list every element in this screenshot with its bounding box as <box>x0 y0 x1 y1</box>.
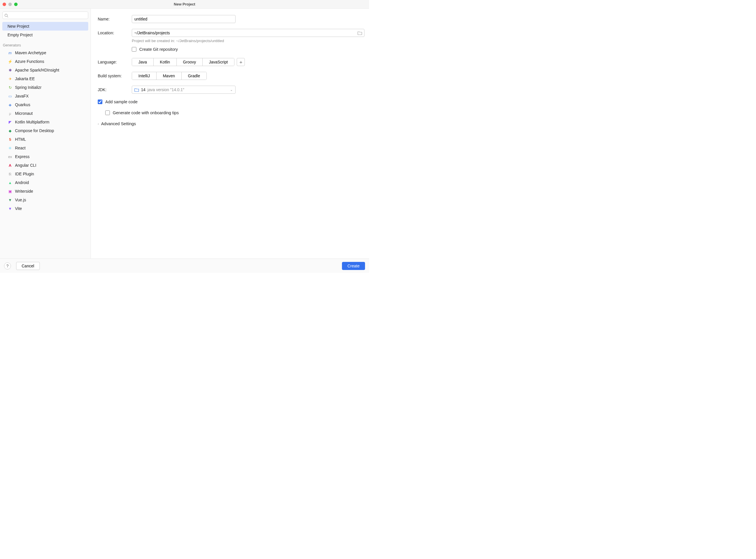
ide-plugin-icon: ⎘ <box>7 171 13 177</box>
sidebar-item-label: Maven Archetype <box>15 50 46 55</box>
sidebar-item-generator[interactable]: ▼Vite <box>2 204 88 213</box>
name-label: Name: <box>98 17 132 21</box>
sidebar-item-generator[interactable]: mMaven Archetype <box>2 48 88 57</box>
sidebar-item-generator[interactable]: ▭JavaFX <box>2 92 88 100</box>
sidebar-item-generator[interactable]: ◆Compose for Desktop <box>2 126 88 135</box>
language-option-groovy[interactable]: Groovy <box>177 58 202 66</box>
build-system-label: Build system: <box>98 73 132 78</box>
location-hint: Project will be created in: ~/JetBrains/… <box>132 39 362 43</box>
svg-line-1 <box>7 17 8 18</box>
sidebar-item-generator[interactable]: ⚡Azure Functions <box>2 57 88 66</box>
onboarding-tips-label: Generate code with onboarding tips <box>113 110 179 115</box>
sidebar-item-label: Angular CLI <box>15 163 36 167</box>
sidebar-item-label: Vite <box>15 206 22 211</box>
sidebar-item-generator[interactable]: 5HTML <box>2 135 88 144</box>
javafx-icon: ▭ <box>7 93 13 99</box>
chevron-down-icon: ⌄ <box>230 88 233 92</box>
cancel-button[interactable]: Cancel <box>16 262 40 270</box>
sidebar-item-generator[interactable]: ◈Quarkus <box>2 100 88 109</box>
build-option-gradle[interactable]: Gradle <box>181 72 206 80</box>
sidebar-item-generator[interactable]: ◤Kotlin Multiplatform <box>2 118 88 126</box>
search-icon <box>4 14 8 18</box>
jdk-label: JDK: <box>98 87 132 92</box>
sidebar-item-label: HTML <box>15 137 26 142</box>
sidebar-item-empty-project[interactable]: Empty Project <box>2 30 88 39</box>
create-button[interactable]: Create <box>342 262 365 270</box>
build-option-intellij[interactable]: IntelliJ <box>132 72 156 80</box>
location-label: Location: <box>98 30 132 35</box>
sidebar: New Project Empty Project Generators mMa… <box>0 9 91 259</box>
sidebar-item-generator[interactable]: ↻Spring Initializr <box>2 83 88 92</box>
add-language-button[interactable]: ＋ <box>237 58 245 66</box>
spring-icon: ↻ <box>7 85 13 90</box>
plus-icon: ＋ <box>238 59 243 66</box>
sidebar-item-label: Express <box>15 154 30 159</box>
sidebar-item-generator[interactable]: ▣Writerside <box>2 187 88 196</box>
vite-icon: ▼ <box>7 206 13 211</box>
sidebar-item-generator[interactable]: ⚛React <box>2 144 88 152</box>
help-icon: ? <box>6 264 9 268</box>
onboarding-tips-checkbox[interactable] <box>105 110 110 115</box>
sidebar-item-label: Apache Spark/HDInsight <box>15 68 59 72</box>
sidebar-item-generator[interactable]: μMicronaut <box>2 109 88 118</box>
sidebar-item-generator[interactable]: ▲Android <box>2 178 88 187</box>
sidebar-item-generator[interactable]: ✈Jakarta EE <box>2 74 88 83</box>
sidebar-item-label: Vue.js <box>15 198 26 202</box>
maven-icon: m <box>7 50 13 55</box>
language-segmented: JavaKotlinGroovyJavaScript <box>132 58 234 66</box>
jdk-selected-version: 14 <box>141 87 145 92</box>
sidebar-item-label: Micronaut <box>15 111 32 116</box>
create-git-checkbox[interactable] <box>132 47 136 52</box>
sidebar-item-label: Jakarta EE <box>15 76 35 81</box>
add-sample-code-label: Add sample code <box>105 99 138 104</box>
help-button[interactable]: ? <box>4 263 11 269</box>
sidebar-item-label: Android <box>15 180 29 185</box>
html-icon: 5 <box>7 137 13 142</box>
express-icon: ex <box>7 154 13 159</box>
sidebar-item-generator[interactable]: exExpress <box>2 152 88 161</box>
folder-icon <box>134 88 139 92</box>
advanced-settings-label: Advanced Settings <box>101 121 136 126</box>
sidebar-item-label: Empty Project <box>7 32 32 37</box>
project-type-tree: New Project Empty Project Generators mMa… <box>0 21 91 214</box>
sidebar-item-label: React <box>15 146 26 150</box>
sidebar-item-label: Compose for Desktop <box>15 128 54 133</box>
sidebar-item-label: IDE Plugin <box>15 172 34 176</box>
sidebar-item-generator[interactable]: ▼Vue.js <box>2 196 88 204</box>
micronaut-icon: μ <box>7 111 13 116</box>
jakarta-icon: ✈ <box>7 76 13 81</box>
titlebar: New Project <box>0 0 369 9</box>
new-project-form: Name: Location: Project will be created … <box>91 9 369 259</box>
sidebar-item-generator[interactable]: AAngular CLI <box>2 161 88 170</box>
location-input[interactable] <box>132 29 364 37</box>
generators-header: Generators <box>2 39 88 48</box>
sidebar-item-label: Kotlin Multiplatform <box>15 120 49 124</box>
language-option-kotlin[interactable]: Kotlin <box>153 58 177 66</box>
create-git-label: Create Git repository <box>139 47 178 52</box>
jdk-select[interactable]: 14 java version "14.0.1" ⌄ <box>132 86 235 94</box>
react-icon: ⚛ <box>7 146 13 151</box>
name-input[interactable] <box>132 15 235 23</box>
azure-icon: ⚡ <box>7 59 13 64</box>
advanced-settings-toggle[interactable]: › Advanced Settings <box>98 121 362 126</box>
kotlin-icon: ◤ <box>7 119 13 125</box>
jdk-selected-desc: java version "14.0.1" <box>147 87 184 92</box>
chevron-right-icon: › <box>98 122 99 126</box>
window-title: New Project <box>0 2 369 6</box>
compose-icon: ◆ <box>7 128 13 133</box>
dialog-footer: ? Cancel Create <box>0 259 369 273</box>
build-option-maven[interactable]: Maven <box>156 72 181 80</box>
language-option-javascript[interactable]: JavaScript <box>202 58 234 66</box>
angular-icon: A <box>7 163 13 168</box>
add-sample-code-checkbox[interactable] <box>98 99 102 104</box>
sidebar-item-new-project[interactable]: New Project <box>2 22 88 30</box>
sidebar-item-generator[interactable]: ✱Apache Spark/HDInsight <box>2 66 88 74</box>
sidebar-item-generator[interactable]: ⎘IDE Plugin <box>2 170 88 178</box>
build-system-segmented: IntelliJMavenGradle <box>132 72 207 80</box>
sidebar-item-label: Spring Initializr <box>15 85 42 90</box>
svg-point-0 <box>5 14 7 17</box>
android-icon: ▲ <box>7 180 13 185</box>
sidebar-item-label: Writerside <box>15 189 33 194</box>
search-input[interactable] <box>2 12 88 19</box>
language-option-java[interactable]: Java <box>132 58 153 66</box>
